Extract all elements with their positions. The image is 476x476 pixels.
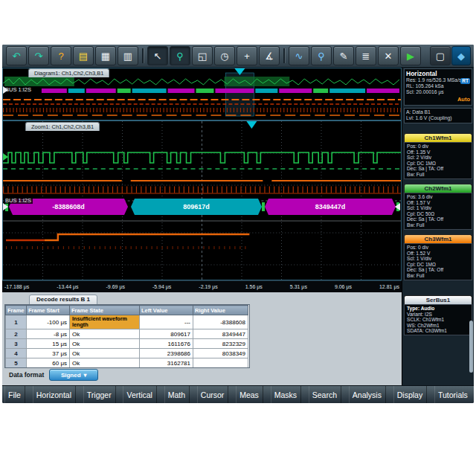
serbus-tab[interactable]: SerBus1	[404, 295, 472, 304]
display-settings-button[interactable]: ▢	[430, 46, 451, 65]
cell-right-value: 8038349	[193, 349, 248, 358]
ch1-tab[interactable]: Ch1Wfm1	[404, 133, 472, 142]
decode-header-row: Frame Frame Start Frame State Left Value…	[6, 306, 248, 315]
help-icon: ?	[58, 51, 63, 61]
cell-frame-state: Ok	[70, 329, 140, 339]
menu-file[interactable]: File	[4, 386, 25, 403]
decode-row-5[interactable]: 5 60 μs Ok 3162781	[6, 358, 248, 368]
main-area: Diagram1: Ch1,Ch2,Ch3,B1	[2, 68, 474, 385]
report-button[interactable]: ▦	[95, 46, 116, 65]
menu-search[interactable]: Search	[309, 386, 341, 403]
bus-position-marker-right[interactable]	[395, 203, 400, 210]
decode-row-4[interactable]: 4 37 μs Ok 2398686 8038349	[6, 349, 248, 358]
histogram-button[interactable]: ≣	[356, 46, 376, 65]
time-label: -9.69 μs	[106, 284, 125, 289]
crosshair-icon: +	[244, 51, 250, 61]
diagram1-bus-position-marker[interactable]	[3, 86, 8, 94]
zoom1-panel[interactable]: Zoom1: Ch1,Ch2,Ch3,B1	[2, 120, 402, 280]
horizontal-panel[interactable]: Horizontal Res: 1.9 ns/526.3 MSa/s RL: 1…	[404, 68, 472, 106]
acquisition-button[interactable]: ◷	[214, 46, 235, 65]
diagram1-panel[interactable]: Diagram1: Ch1,Ch2,Ch3,B1	[2, 68, 402, 120]
delete-button[interactable]: ✕	[378, 46, 399, 65]
zoom-area-button[interactable]: ◱	[192, 46, 213, 65]
cell-frame-state: Ok	[70, 349, 140, 358]
signal-bar: Horizontal Res: 1.9 ns/526.3 MSa/s RL: 1…	[402, 68, 474, 385]
column-header-left-value: Left Value	[140, 306, 193, 315]
cell-frame: 3	[6, 339, 27, 349]
serbus-ws: WS: Ch2Wfm1	[407, 323, 469, 329]
ch2-tab[interactable]: Ch2Wfm1	[404, 184, 472, 193]
data-format-dropdown[interactable]: Signed ▾	[49, 369, 98, 381]
cell-frame-state: Ok	[70, 358, 140, 368]
decode-results-tab[interactable]: Decode results B 1	[29, 295, 97, 305]
fft-wave-icon: ∿	[295, 51, 303, 61]
menu-math[interactable]: Math	[164, 386, 190, 403]
cell-frame-start: 60 μs	[27, 358, 70, 368]
cell-right-value	[193, 358, 248, 368]
toolbar-separator	[283, 48, 285, 63]
save-recall-button[interactable]: ▤	[73, 46, 94, 65]
menu-tutorials[interactable]: Tutorials	[434, 386, 472, 403]
menu-display[interactable]: Display	[393, 386, 427, 403]
help-button[interactable]: ?	[51, 46, 71, 65]
cell-frame: 5	[6, 358, 27, 368]
menu-masks[interactable]: Masks	[271, 386, 301, 403]
cursor-tool-button[interactable]: +	[237, 46, 257, 65]
zoom1-tab[interactable]: Zoom1: Ch1,Ch2,Ch3,B1	[25, 122, 100, 131]
diagram1-tab[interactable]: Diagram1: Ch1,Ch2,Ch3,B1	[28, 68, 109, 77]
menu-horizontal[interactable]: Horizontal	[33, 386, 76, 403]
horizontal-record-length: RL: 105.264 kSa	[406, 83, 470, 89]
bus-decode-band: -8388608d 809617d 8349447d	[3, 199, 402, 215]
redo-button[interactable]: ↷	[28, 46, 49, 65]
auto-badge: Auto	[406, 96, 470, 103]
ch3-details[interactable]: Pos: 0 div Off: 1.52 V Scl: 1 V/div Cpl:…	[404, 243, 472, 280]
data-format-label: Data format	[9, 371, 44, 379]
menu-vertical[interactable]: Vertical	[123, 386, 156, 403]
bus-frame-block[interactable]: 809617d	[131, 199, 262, 215]
zoom-tool-button[interactable]: ⚲	[170, 46, 190, 65]
decode-row-1[interactable]: 1 -100 μs Insufficient waveform length -…	[6, 315, 248, 329]
select-cursor-icon: ↖	[154, 51, 162, 61]
demo-button[interactable]: ▶	[400, 46, 421, 65]
select-tool-button[interactable]: ↖	[147, 46, 168, 65]
ch3-signal-block: Ch3Wfm1 Pos: 0 div Off: 1.52 V Scl: 1 V/…	[404, 234, 472, 280]
fft-button[interactable]: ∿	[289, 46, 309, 65]
time-label: 1.56 μs	[245, 284, 263, 289]
decode-row-2[interactable]: 2 -8 μs Ok 809617 8349447	[6, 329, 248, 339]
decode-row-3[interactable]: 3 15 μs Ok 1611676 8232329	[6, 339, 248, 349]
annotate-button[interactable]: ✎	[333, 46, 354, 65]
search-button[interactable]: ⚲	[311, 46, 332, 65]
rs-diamond-icon: ◆	[457, 51, 465, 62]
ch3-bandwidth: Bw: Full	[407, 273, 469, 279]
menu-cursor[interactable]: Cursor	[197, 386, 229, 403]
sidebar-scrollbar[interactable]	[469, 321, 473, 373]
menu-analysis[interactable]: Analysis	[349, 386, 386, 403]
apps-grid-icon: ▥	[123, 51, 132, 61]
time-label: -17.188 μs	[4, 284, 29, 289]
ch2-details[interactable]: Pos: 3.6 div Off: 1.57 V Scl: 1 V/div Cp…	[404, 193, 472, 230]
ch2-coupling: Cpl: DC 50Ω	[407, 211, 469, 217]
bus-frame-block[interactable]: 8349447d	[265, 199, 396, 215]
trigger-panel[interactable]: A: Data B1 Lvl: 1.6 V (Coupling)	[404, 108, 472, 123]
bus-position-marker-left[interactable]	[3, 203, 8, 210]
cell-left-value: 2398686	[140, 349, 193, 358]
measure-button[interactable]: ∡	[259, 46, 280, 65]
cell-left-value: 3162781	[140, 358, 193, 368]
serbus-sdata: SDATA: Ch3Wfm1	[407, 328, 469, 334]
report-icon: ▦	[101, 51, 110, 61]
ch1-bandwidth: Bw: Full	[407, 172, 469, 178]
menu-trigger[interactable]: Trigger	[83, 386, 116, 403]
zoom-magnifier-icon: ⚲	[176, 51, 184, 61]
clock-icon: ◷	[220, 51, 228, 61]
apps-button[interactable]: ▥	[118, 46, 138, 65]
horizontal-scale: Scl: 20.00016 μs	[406, 89, 470, 95]
ch2-position-marker[interactable]	[3, 153, 8, 161]
save-icon: ▤	[79, 51, 88, 61]
menu-meas[interactable]: Meas	[236, 386, 263, 403]
time-label: 12.81 μs	[379, 284, 399, 289]
undo-button[interactable]: ↶	[6, 46, 27, 65]
serbus-details[interactable]: Type: Audio Variant: I2S SCLK: Ch1Wfm1 W…	[404, 304, 472, 335]
ch1-details[interactable]: Pos: 0 div Off: 1.35 V Scl: 2 V/div Cpl:…	[404, 142, 472, 179]
column-header-frame-state: Frame State	[70, 306, 140, 315]
ch3-tab[interactable]: Ch3Wfm1	[404, 234, 472, 243]
